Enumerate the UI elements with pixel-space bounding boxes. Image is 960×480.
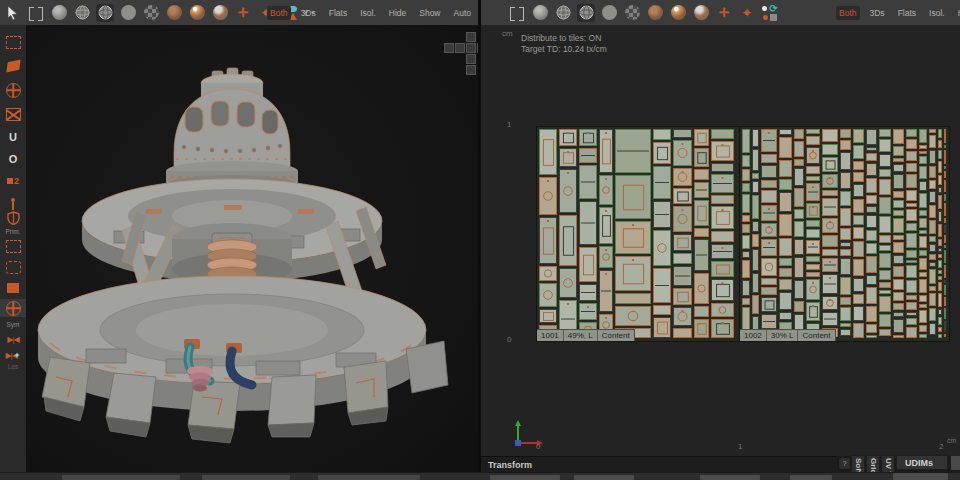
shield-icon	[7, 211, 20, 225]
letter-o-icon: O	[9, 153, 18, 165]
symmetry-local-toggle[interactable]: ▶|◀✦	[0, 346, 26, 364]
uv-mode-hide-button[interactable]: Hide	[955, 6, 960, 20]
help-button[interactable]: ?	[839, 458, 850, 469]
sphere-material-icon	[213, 5, 228, 20]
udim-content: Content	[598, 330, 634, 341]
prim-plane-tool[interactable]	[0, 279, 26, 297]
viewport-3d[interactable]	[26, 25, 478, 472]
sphere-grid-icon	[6, 301, 21, 316]
uv-shading-plain-button[interactable]	[531, 4, 549, 22]
navpad-top-button[interactable]	[466, 32, 476, 42]
viewport-uv[interactable]: cm Distribute to tiles: ON Target TD: 10…	[481, 25, 960, 456]
navpad-left-button[interactable]	[444, 43, 454, 53]
transform-panel-header[interactable]: Transform	[481, 456, 837, 473]
navpad-bottom-button[interactable]	[466, 54, 476, 64]
uv-shading-checker-button[interactable]	[623, 4, 641, 22]
field-fragment	[574, 475, 634, 480]
udim-tile-1001[interactable]: 1001 49%, L Content	[537, 127, 739, 341]
shading-checker-button[interactable]	[142, 4, 160, 22]
sphere-checker-icon	[144, 5, 159, 20]
symmetry-section-label: Sym	[0, 321, 26, 328]
sphere-flat-icon	[121, 5, 136, 20]
marquee-select-tool[interactable]	[0, 33, 26, 51]
sphere-plain-icon	[52, 5, 67, 20]
navpad-right-button[interactable]	[466, 43, 476, 53]
shading-material-button[interactable]	[211, 4, 229, 22]
sphere-wireframe-shaded-icon	[579, 5, 594, 20]
move-tool-icon: ✛	[719, 6, 730, 19]
uv-shading-texture-button[interactable]	[646, 4, 664, 22]
x2-icon: 2	[7, 176, 19, 186]
uv-refresh-cluster[interactable]: ⟳	[761, 4, 779, 22]
uv-pivot-target-button[interactable]: ⌖	[738, 4, 756, 22]
mode-3ds-button[interactable]: 3Ds	[298, 6, 319, 20]
uv-info-line-2: Target TD: 10.24 tx/cm	[521, 44, 607, 54]
move-tool-icon: ✛	[238, 6, 249, 19]
symmetry-icon: ▶|◀	[7, 335, 18, 344]
uv-shading-wireframe-button[interactable]	[554, 4, 572, 22]
view-mode-buttons-uv: Both 3Ds Flats Isol. Hide Show Auto	[836, 0, 960, 25]
uv-move-tool-button[interactable]: ✛	[715, 4, 733, 22]
field-fragment	[790, 475, 832, 480]
sphere-wireframe-shaded-icon	[98, 5, 113, 20]
cut-rect-icon	[6, 108, 21, 121]
cut-seams-tool[interactable]	[0, 105, 26, 123]
udim-1001-islands-canvas[interactable]	[537, 127, 739, 341]
unwrap-sphere-tool[interactable]	[0, 81, 26, 99]
mode-flats-button[interactable]: Flats	[326, 6, 350, 20]
shading-wireframe-shaded-button[interactable]	[96, 4, 114, 22]
tab-udims[interactable]: UDIMs	[896, 455, 948, 470]
primitives-section-label: Prim.	[0, 228, 26, 235]
mode-auto-button[interactable]: Auto	[451, 6, 475, 20]
double-resolution-tool[interactable]: 2	[0, 172, 26, 190]
uv-mode-flats-button[interactable]: Flats	[895, 6, 919, 20]
field-fragment	[490, 475, 560, 480]
mode-isol-button[interactable]: Isol.	[357, 6, 379, 20]
white-dot-icon	[762, 6, 767, 11]
uv-mode-both-button[interactable]: Both	[836, 6, 860, 20]
gray-square-icon	[770, 14, 777, 21]
sphere-texture-icon	[167, 5, 182, 20]
shading-plain-button[interactable]	[50, 4, 68, 22]
uv-mode-3ds-button[interactable]: 3Ds	[867, 6, 888, 20]
shading-flat-button[interactable]	[119, 4, 137, 22]
uv-shading-material-button[interactable]	[692, 4, 710, 22]
mode-both-button[interactable]: Both	[267, 6, 291, 20]
uv-mode-isol-button[interactable]: Isol.	[926, 6, 948, 20]
field-fragment	[893, 473, 948, 480]
navpad-extra-button[interactable]	[466, 65, 476, 75]
udim-coverage: 30% L	[767, 330, 799, 341]
udim-tile-1002[interactable]: 1002 30% L Content	[740, 127, 949, 341]
mode-show-button[interactable]: Show	[416, 6, 443, 20]
sphere-lit-icon	[671, 5, 686, 20]
mode-hide-button[interactable]: Hide	[386, 6, 409, 20]
udim-1002-islands-canvas[interactable]	[740, 127, 949, 341]
unfold-tool[interactable]: U	[0, 128, 26, 146]
move-tool-button[interactable]: ✛	[234, 4, 252, 22]
toolbar-uv: ✛ ⌖ ⟳ Both 3Ds Flats Isol. Hide Show Aut…	[481, 0, 960, 26]
shading-texture-button[interactable]	[165, 4, 183, 22]
toolbar-3d: ✛ ⌖ Y ▾ Both 3Ds Flats Isol. Hide Show A…	[0, 0, 478, 26]
tool-sidebar: U O 2 Prim. Sym ▶|◀ ▶|◀✦ Las	[0, 25, 26, 480]
field-fragment	[202, 475, 290, 480]
frame-view-button[interactable]	[27, 4, 45, 22]
prim-box-tool[interactable]	[0, 237, 26, 255]
select-cursor-tool[interactable]	[4, 4, 22, 22]
shading-wireframe-button[interactable]	[73, 4, 91, 22]
flatten-tool[interactable]	[0, 57, 26, 75]
protect-tool[interactable]	[0, 209, 26, 227]
field-fragment	[318, 475, 420, 480]
uv-shading-flat-button[interactable]	[600, 4, 618, 22]
optimize-tool[interactable]: O	[0, 150, 26, 168]
orange-dot-icon	[763, 15, 768, 20]
prim-sphere-tool[interactable]	[0, 299, 26, 317]
uv-frame-view-button[interactable]	[508, 4, 526, 22]
shading-lit-button[interactable]	[188, 4, 206, 22]
prim-rounded-box-tool[interactable]	[0, 258, 26, 276]
uv-shading-lit-button[interactable]	[669, 4, 687, 22]
sphere-plain-icon	[533, 5, 548, 20]
navpad-front-button[interactable]	[455, 43, 465, 53]
expand-brackets-icon	[29, 7, 43, 19]
uv-shading-wireframe-shaded-button[interactable]	[577, 4, 595, 22]
pin-tool[interactable]	[0, 191, 26, 209]
